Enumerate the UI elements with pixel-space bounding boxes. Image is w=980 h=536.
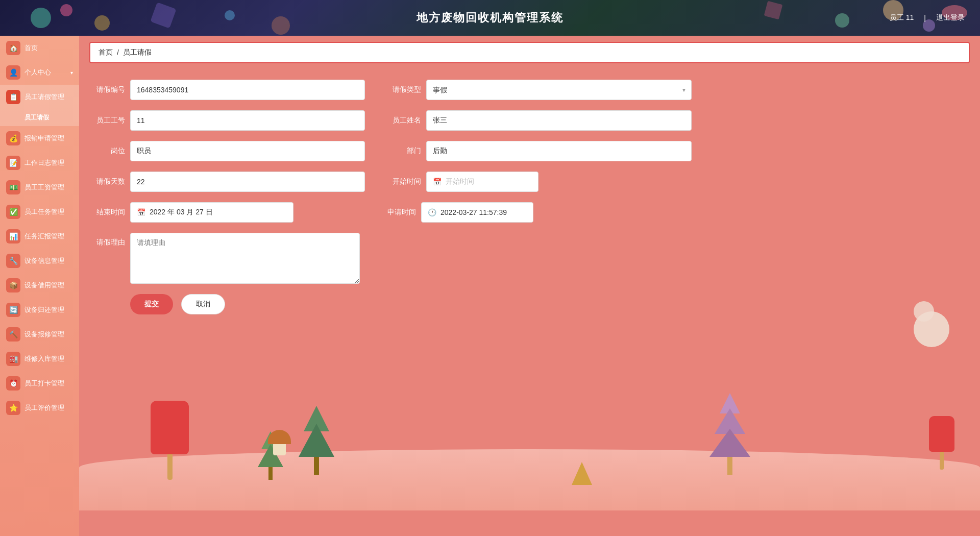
sidebar-item-maintenance[interactable]: 🏭 维修入库管理 [0,347,79,371]
sidebar-item-leave-mgmt-label: 员工请假管理 [24,92,64,102]
sidebar-item-attendance-label: 员工打卡管理 [24,379,64,388]
leave-no-input[interactable] [130,80,365,100]
form-row-6: 请假理由 [89,233,970,284]
days-label: 请假天数 [89,177,125,186]
worklog-icon: 📝 [6,156,20,170]
start-time-input[interactable]: 📅 开始时间 [426,172,538,192]
stack-tree-right [709,393,750,475]
reason-group: 请假理由 [89,233,360,284]
sidebar-item-equipment-repair[interactable]: 🔨 设备报修管理 [0,322,79,347]
sidebar-item-reimburse[interactable]: 💰 报销申请管理 [0,126,79,151]
cancel-button[interactable]: 取消 [181,294,225,314]
employee-name-group: 员工姓名 [385,110,692,131]
sidebar-item-leave-label: 员工请假 [24,113,49,122]
leave-no-label: 请假编号 [89,85,125,94]
reason-label: 请假理由 [89,238,125,247]
popsicle-stick [167,454,173,480]
sidebar-item-task-report[interactable]: 📊 任务汇报管理 [0,224,79,249]
top-header: 地方废物回收机构管理系统 员工 11 | 退出登录 [0,0,980,36]
leave-type-select-wrapper: 事假 病假 年假 婚假 产假 [426,80,692,100]
breadcrumb-current: 员工请假 [123,48,152,57]
sidebar-item-leave-mgmt[interactable]: 📋 员工请假管理 [0,85,79,109]
breadcrumb-home[interactable]: 首页 [99,48,113,57]
days-input[interactable] [130,172,365,192]
sidebar-item-equipment-info[interactable]: 🔧 设备信息管理 [0,249,79,273]
employee-id-label: 员工工号 [89,116,125,125]
employee-name-label: 员工姓名 [385,116,421,125]
form-container: 请假编号 请假类型 事假 病假 年假 婚假 产假 [89,69,970,325]
sidebar-item-salary-label: 员工工资管理 [24,183,64,192]
sidebar-item-equipment-repair-label: 设备报修管理 [24,330,64,339]
home-icon: 🏠 [6,41,20,55]
end-time-value: 2022 年 03 月 27 日 [150,208,213,217]
reason-textarea[interactable] [130,233,360,284]
btn-row: 提交 取消 [89,294,970,314]
sidebar-item-evaluation[interactable]: ⭐ 员工评价管理 [0,396,79,420]
employee-id-group: 员工工号 [89,110,365,131]
task-report-icon: 📊 [6,229,20,243]
sidebar-item-equipment-return-label: 设备归还管理 [24,305,64,314]
sidebar-item-worklog[interactable]: 📝 工作日志管理 [0,151,79,175]
employee-id-input[interactable] [130,110,365,131]
tree-tall [299,406,334,475]
position-label: 岗位 [89,147,125,156]
form-area: 首页 / 员工请假 请假编号 请假类型 事假 [79,42,980,325]
employee-name-input[interactable] [426,110,692,131]
sidebar-item-salary[interactable]: 💵 员工工资管理 [0,175,79,200]
form-row-3: 岗位 部门 [89,141,970,161]
sidebar: 🏠 首页 👤 个人中心 ▾ 📋 员工请假管理 员工请假 💰 报销申请管理 📝 工… [0,36,79,536]
leave-mgmt-icon: 📋 [6,90,20,104]
leave-type-label: 请假类型 [385,85,421,94]
position-input[interactable] [130,141,365,161]
end-time-group: 结束时间 📅 2022 年 03 月 27 日 [89,202,360,223]
department-input[interactable] [426,141,692,161]
sidebar-item-task-report-label: 任务汇报管理 [24,232,64,241]
cone-deco [572,462,592,485]
days-group: 请假天数 [89,172,365,192]
breadcrumb-sep: / [117,48,119,57]
sidebar-item-equipment-borrow[interactable]: 📦 设备借用管理 [0,273,79,298]
sidebar-item-equipment-return[interactable]: 🔄 设备归还管理 [0,298,79,322]
mushroom-stem [273,444,286,455]
mushroom-deco [268,430,291,455]
clock-icon: 🕐 [428,208,436,216]
sidebar-item-equipment-info-label: 设备信息管理 [24,256,64,265]
leave-no-group: 请假编号 [89,80,365,100]
submit-button[interactable]: 提交 [130,294,173,314]
calendar-icon-2: 📅 [137,208,145,216]
sidebar-item-worklog-label: 工作日志管理 [24,158,64,167]
leave-type-select[interactable]: 事假 病假 年假 婚假 产假 [426,80,692,100]
equipment-repair-icon: 🔨 [6,327,20,342]
start-time-label: 开始时间 [385,177,421,186]
main-content: 首页 / 员工请假 请假编号 请假类型 事假 [79,36,980,536]
equipment-borrow-icon: 📦 [6,278,20,293]
salary-icon: 💵 [6,180,20,194]
sidebar-item-task[interactable]: ✅ 员工任务管理 [0,200,79,224]
sidebar-item-leave[interactable]: 员工请假 [0,109,79,126]
mushroom-cap [268,430,291,444]
personal-icon: 👤 [6,65,20,80]
end-time-input[interactable]: 📅 2022 年 03 月 27 日 [130,202,293,223]
popsicle-small-right [929,416,954,470]
sidebar-item-personal-label: 个人中心 [24,68,51,77]
logout-button[interactable]: 退出登录 [936,13,965,22]
equipment-return-icon: 🔄 [6,303,20,317]
chevron-down-icon: ▾ [70,70,73,76]
department-group: 部门 [385,141,692,161]
sidebar-item-personal[interactable]: 👤 个人中心 ▾ [0,60,79,85]
start-time-group: 开始时间 📅 开始时间 [385,172,692,192]
form-row-5: 结束时间 📅 2022 年 03 月 27 日 申请时间 🕐 2022-03-2… [89,202,970,223]
sidebar-item-home[interactable]: 🏠 首页 [0,36,79,60]
sidebar-item-equipment-borrow-label: 设备借用管理 [24,281,64,290]
apply-time-input[interactable]: 🕐 2022-03-27 11:57:39 [421,202,533,223]
department-label: 部门 [385,147,421,156]
main-layout: 🏠 首页 👤 个人中心 ▾ 📋 员工请假管理 员工请假 💰 报销申请管理 📝 工… [0,36,980,536]
attendance-icon: ⏰ [6,376,20,391]
calendar-icon: 📅 [433,178,442,186]
sidebar-item-evaluation-label: 员工评价管理 [24,403,64,412]
sidebar-item-task-label: 员工任务管理 [24,207,64,216]
ground [79,449,980,510]
popsicle-top [151,401,189,454]
sidebar-item-attendance[interactable]: ⏰ 员工打卡管理 [0,371,79,396]
sidebar-item-maintenance-label: 维修入库管理 [24,354,64,363]
